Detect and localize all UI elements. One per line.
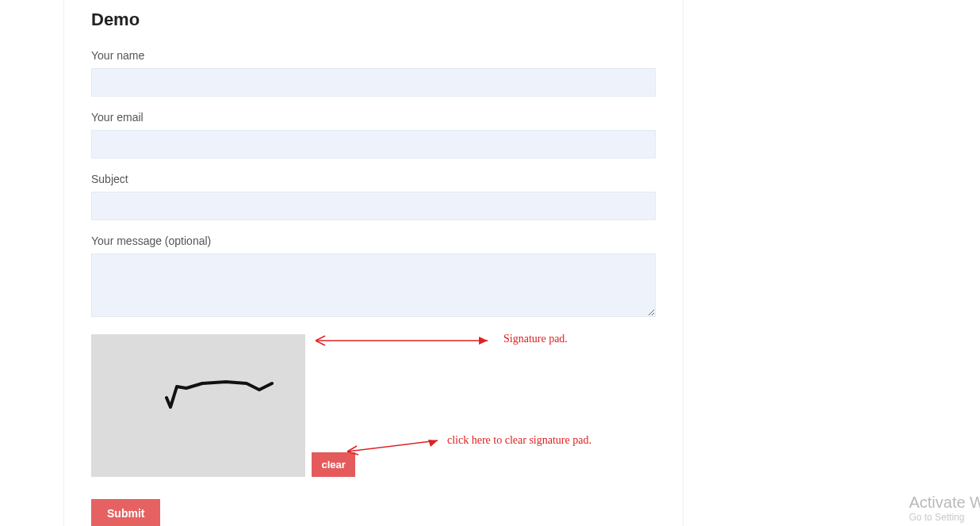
field-row-subject: Subject [91, 173, 656, 220]
submit-button[interactable]: Submit [91, 499, 160, 526]
watermark-subtitle: Go to Setting [909, 512, 980, 523]
field-row-name: Your name [91, 49, 656, 97]
message-label: Your message (optional) [91, 234, 656, 247]
clear-button[interactable]: clear [312, 452, 354, 477]
signature-stroke-icon [91, 334, 305, 477]
signature-pad[interactable] [91, 334, 305, 477]
page-title: Demo [91, 10, 656, 30]
message-textarea[interactable] [91, 253, 656, 317]
name-label: Your name [91, 49, 656, 62]
windows-activation-watermark: Activate W Go to Setting [909, 494, 980, 523]
subject-label: Subject [91, 173, 656, 185]
email-input[interactable] [91, 130, 656, 158]
watermark-title: Activate W [909, 494, 980, 512]
field-row-message: Your message (optional) [91, 234, 656, 320]
content-card: Demo Your name Your email Subject Your m… [63, 0, 683, 526]
field-row-email: Your email [91, 111, 656, 158]
name-input[interactable] [91, 68, 656, 97]
email-label: Your email [91, 111, 656, 124]
signature-section: clear [91, 334, 656, 477]
subject-input[interactable] [91, 192, 656, 220]
